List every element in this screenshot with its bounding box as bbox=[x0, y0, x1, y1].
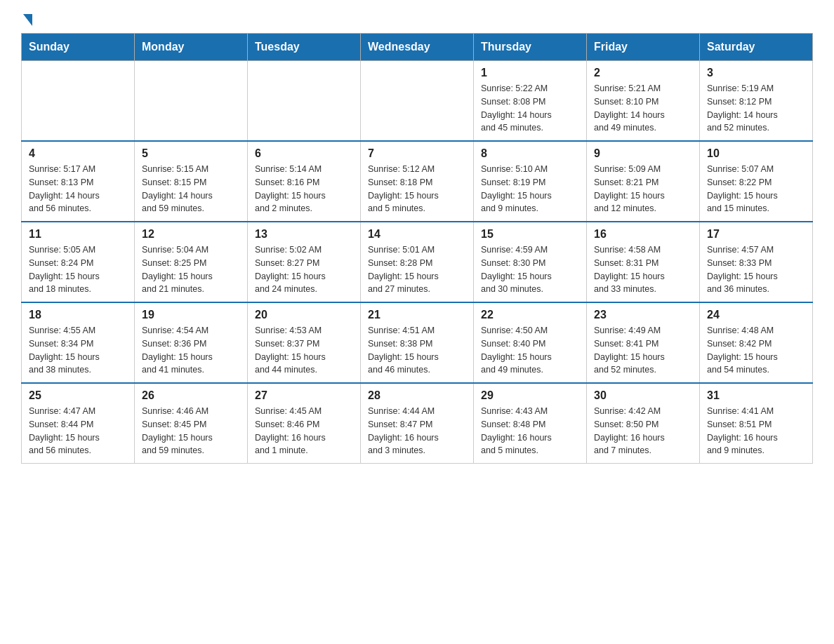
day-info: Sunrise: 5:01 AM Sunset: 8:28 PM Dayligh… bbox=[368, 243, 466, 296]
calendar-cell: 13Sunrise: 5:02 AM Sunset: 8:27 PM Dayli… bbox=[248, 222, 361, 302]
day-number: 28 bbox=[368, 389, 466, 402]
week-row-3: 11Sunrise: 5:05 AM Sunset: 8:24 PM Dayli… bbox=[22, 222, 813, 302]
week-row-2: 4Sunrise: 5:17 AM Sunset: 8:13 PM Daylig… bbox=[22, 141, 813, 222]
day-number: 23 bbox=[594, 309, 692, 321]
day-number: 30 bbox=[594, 389, 692, 402]
calendar-cell: 7Sunrise: 5:12 AM Sunset: 8:18 PM Daylig… bbox=[361, 141, 474, 222]
day-header-friday: Friday bbox=[587, 34, 700, 61]
day-info: Sunrise: 4:47 AM Sunset: 8:44 PM Dayligh… bbox=[29, 405, 127, 457]
day-info: Sunrise: 5:09 AM Sunset: 8:21 PM Dayligh… bbox=[594, 163, 692, 215]
day-number: 15 bbox=[481, 228, 579, 241]
calendar-cell: 14Sunrise: 5:01 AM Sunset: 8:28 PM Dayli… bbox=[361, 222, 474, 302]
day-number: 20 bbox=[255, 309, 353, 321]
calendar-cell: 31Sunrise: 4:41 AM Sunset: 8:51 PM Dayli… bbox=[700, 383, 813, 464]
day-header-tuesday: Tuesday bbox=[248, 34, 361, 61]
calendar-body: 1Sunrise: 5:22 AM Sunset: 8:08 PM Daylig… bbox=[22, 61, 813, 464]
calendar-cell: 16Sunrise: 4:58 AM Sunset: 8:31 PM Dayli… bbox=[587, 222, 700, 302]
logo bbox=[21, 14, 32, 26]
day-number: 21 bbox=[368, 309, 466, 321]
day-header-thursday: Thursday bbox=[474, 34, 587, 61]
calendar-cell: 19Sunrise: 4:54 AM Sunset: 8:36 PM Dayli… bbox=[135, 302, 248, 383]
day-number: 2 bbox=[594, 67, 692, 79]
calendar-cell: 30Sunrise: 4:42 AM Sunset: 8:50 PM Dayli… bbox=[587, 383, 700, 464]
day-info: Sunrise: 5:19 AM Sunset: 8:12 PM Dayligh… bbox=[707, 82, 805, 135]
day-info: Sunrise: 4:51 AM Sunset: 8:38 PM Dayligh… bbox=[368, 324, 466, 377]
day-info: Sunrise: 5:10 AM Sunset: 8:19 PM Dayligh… bbox=[481, 163, 579, 215]
day-info: Sunrise: 4:48 AM Sunset: 8:42 PM Dayligh… bbox=[707, 324, 805, 377]
calendar-cell: 10Sunrise: 5:07 AM Sunset: 8:22 PM Dayli… bbox=[700, 141, 813, 222]
calendar-cell: 23Sunrise: 4:49 AM Sunset: 8:41 PM Dayli… bbox=[587, 302, 700, 383]
calendar-cell: 2Sunrise: 5:21 AM Sunset: 8:10 PM Daylig… bbox=[587, 61, 700, 142]
day-header-sunday: Sunday bbox=[22, 34, 135, 61]
day-number: 5 bbox=[142, 147, 240, 160]
calendar-cell: 24Sunrise: 4:48 AM Sunset: 8:42 PM Dayli… bbox=[700, 302, 813, 383]
day-header-saturday: Saturday bbox=[700, 34, 813, 61]
day-number: 27 bbox=[255, 389, 353, 402]
day-info: Sunrise: 5:02 AM Sunset: 8:27 PM Dayligh… bbox=[255, 243, 353, 296]
logo-general-text bbox=[21, 14, 32, 26]
calendar-cell: 20Sunrise: 4:53 AM Sunset: 8:37 PM Dayli… bbox=[248, 302, 361, 383]
day-number: 29 bbox=[481, 389, 579, 402]
day-number: 13 bbox=[255, 228, 353, 241]
day-number: 26 bbox=[142, 389, 240, 402]
day-number: 31 bbox=[707, 389, 805, 402]
calendar-cell: 29Sunrise: 4:43 AM Sunset: 8:48 PM Dayli… bbox=[474, 383, 587, 464]
day-number: 18 bbox=[29, 309, 127, 321]
day-info: Sunrise: 4:42 AM Sunset: 8:50 PM Dayligh… bbox=[594, 405, 692, 457]
calendar-cell: 25Sunrise: 4:47 AM Sunset: 8:44 PM Dayli… bbox=[22, 383, 135, 464]
day-number: 11 bbox=[29, 228, 127, 241]
day-number: 3 bbox=[707, 67, 805, 79]
calendar-cell bbox=[22, 61, 135, 142]
day-info: Sunrise: 4:45 AM Sunset: 8:46 PM Dayligh… bbox=[255, 405, 353, 457]
logo-arrow-icon bbox=[23, 14, 32, 26]
day-info: Sunrise: 4:46 AM Sunset: 8:45 PM Dayligh… bbox=[142, 405, 240, 457]
day-number: 19 bbox=[142, 309, 240, 321]
day-info: Sunrise: 5:04 AM Sunset: 8:25 PM Dayligh… bbox=[142, 243, 240, 296]
day-info: Sunrise: 5:12 AM Sunset: 8:18 PM Dayligh… bbox=[368, 163, 466, 215]
calendar-cell: 27Sunrise: 4:45 AM Sunset: 8:46 PM Dayli… bbox=[248, 383, 361, 464]
day-info: Sunrise: 4:57 AM Sunset: 8:33 PM Dayligh… bbox=[707, 243, 805, 296]
day-info: Sunrise: 5:05 AM Sunset: 8:24 PM Dayligh… bbox=[29, 243, 127, 296]
day-info: Sunrise: 4:41 AM Sunset: 8:51 PM Dayligh… bbox=[707, 405, 805, 457]
calendar-cell: 1Sunrise: 5:22 AM Sunset: 8:08 PM Daylig… bbox=[474, 61, 587, 142]
day-info: Sunrise: 4:53 AM Sunset: 8:37 PM Dayligh… bbox=[255, 324, 353, 377]
day-number: 16 bbox=[594, 228, 692, 241]
day-info: Sunrise: 4:59 AM Sunset: 8:30 PM Dayligh… bbox=[481, 243, 579, 296]
day-number: 24 bbox=[707, 309, 805, 321]
calendar-header: SundayMondayTuesdayWednesdayThursdayFrid… bbox=[22, 34, 813, 61]
day-info: Sunrise: 5:14 AM Sunset: 8:16 PM Dayligh… bbox=[255, 163, 353, 215]
day-number: 22 bbox=[481, 309, 579, 321]
calendar-cell: 8Sunrise: 5:10 AM Sunset: 8:19 PM Daylig… bbox=[474, 141, 587, 222]
day-number: 4 bbox=[29, 147, 127, 160]
day-header-wednesday: Wednesday bbox=[361, 34, 474, 61]
day-info: Sunrise: 5:07 AM Sunset: 8:22 PM Dayligh… bbox=[707, 163, 805, 215]
calendar-cell: 17Sunrise: 4:57 AM Sunset: 8:33 PM Dayli… bbox=[700, 222, 813, 302]
calendar-cell: 6Sunrise: 5:14 AM Sunset: 8:16 PM Daylig… bbox=[248, 141, 361, 222]
calendar-cell bbox=[248, 61, 361, 142]
day-headers-row: SundayMondayTuesdayWednesdayThursdayFrid… bbox=[22, 34, 813, 61]
calendar-cell: 5Sunrise: 5:15 AM Sunset: 8:15 PM Daylig… bbox=[135, 141, 248, 222]
day-number: 8 bbox=[481, 147, 579, 160]
day-info: Sunrise: 4:54 AM Sunset: 8:36 PM Dayligh… bbox=[142, 324, 240, 377]
day-number: 7 bbox=[368, 147, 466, 160]
page-header bbox=[21, 14, 813, 26]
day-number: 1 bbox=[481, 67, 579, 79]
calendar-cell: 26Sunrise: 4:46 AM Sunset: 8:45 PM Dayli… bbox=[135, 383, 248, 464]
week-row-1: 1Sunrise: 5:22 AM Sunset: 8:08 PM Daylig… bbox=[22, 61, 813, 142]
day-info: Sunrise: 4:43 AM Sunset: 8:48 PM Dayligh… bbox=[481, 405, 579, 457]
calendar-cell: 9Sunrise: 5:09 AM Sunset: 8:21 PM Daylig… bbox=[587, 141, 700, 222]
calendar-cell: 4Sunrise: 5:17 AM Sunset: 8:13 PM Daylig… bbox=[22, 141, 135, 222]
calendar-cell: 3Sunrise: 5:19 AM Sunset: 8:12 PM Daylig… bbox=[700, 61, 813, 142]
day-info: Sunrise: 4:50 AM Sunset: 8:40 PM Dayligh… bbox=[481, 324, 579, 377]
calendar-cell: 22Sunrise: 4:50 AM Sunset: 8:40 PM Dayli… bbox=[474, 302, 587, 383]
day-info: Sunrise: 5:17 AM Sunset: 8:13 PM Dayligh… bbox=[29, 163, 127, 215]
day-number: 14 bbox=[368, 228, 466, 241]
day-header-monday: Monday bbox=[135, 34, 248, 61]
day-info: Sunrise: 5:22 AM Sunset: 8:08 PM Dayligh… bbox=[481, 82, 579, 135]
day-number: 12 bbox=[142, 228, 240, 241]
day-number: 25 bbox=[29, 389, 127, 402]
week-row-4: 18Sunrise: 4:55 AM Sunset: 8:34 PM Dayli… bbox=[22, 302, 813, 383]
day-number: 17 bbox=[707, 228, 805, 241]
calendar-cell: 12Sunrise: 5:04 AM Sunset: 8:25 PM Dayli… bbox=[135, 222, 248, 302]
day-info: Sunrise: 4:55 AM Sunset: 8:34 PM Dayligh… bbox=[29, 324, 127, 377]
